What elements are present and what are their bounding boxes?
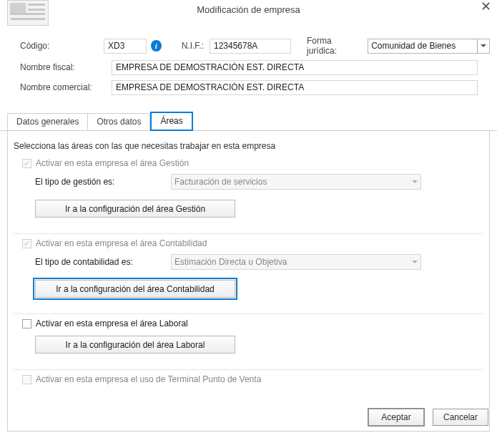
checkbox-laboral-row[interactable]: Activar en esta empresa el área Laboral <box>22 318 483 328</box>
divider <box>14 369 483 370</box>
areas-panel: Selecciona las áreas con las que necesit… <box>7 131 490 432</box>
title-bar: Modificación de empresa ✕ <box>0 0 497 21</box>
nif-input[interactable] <box>210 39 291 54</box>
config-laboral-button[interactable]: Ir a la configuración del área Laboral <box>35 336 235 354</box>
checkbox-contabilidad: ✓ <box>22 239 31 248</box>
cancel-button[interactable]: Cancelar <box>433 409 488 426</box>
label-codigo: Código: <box>20 41 104 51</box>
checkbox-gestion-label: Activar en esta empresa el área Gestión <box>36 158 189 168</box>
dialog: Modificación de empresa ✕ Código: i N.I.… <box>0 0 497 432</box>
header-form: Código: i N.I.F.: Forma jurídica: Comuni… <box>0 36 497 102</box>
checkbox-tpv-row: Activar en esta empresa el uso de Termin… <box>22 374 483 384</box>
dialog-footer: Aceptar Cancelar <box>368 409 488 426</box>
checkbox-gestion-row: ✓ Activar en esta empresa el área Gestió… <box>22 158 483 168</box>
close-icon[interactable]: ✕ <box>481 0 491 13</box>
label-forma: Forma jurídica: <box>307 36 359 56</box>
checkbox-laboral-label: Activar en esta empresa el área Laboral <box>36 318 188 328</box>
nombre-comercial-input[interactable] <box>112 80 478 95</box>
chevron-down-icon <box>412 260 418 263</box>
divider <box>14 233 483 234</box>
divider <box>14 313 483 314</box>
gestion-tipo-value: Facturación de servicios <box>174 177 267 187</box>
header-icon <box>7 0 49 26</box>
label-comercial: Nombre comercial: <box>20 82 112 92</box>
accept-button[interactable]: Aceptar <box>368 409 424 426</box>
checkbox-laboral[interactable] <box>22 319 31 328</box>
forma-juridica-value: Comunidad de Bienes <box>371 41 456 51</box>
config-gestion-button[interactable]: Ir a la configuración del área Gestión <box>35 200 235 218</box>
areas-intro: Selecciona las áreas con las que necesit… <box>14 141 483 151</box>
contabilidad-tipo-value: Estimación Directa u Objetiva <box>174 257 287 267</box>
checkbox-contabilidad-row: ✓ Activar en esta empresa el área Contab… <box>22 238 483 248</box>
tab-areas[interactable]: Áreas <box>150 112 192 131</box>
contabilidad-tipo-label: El tipo de contabilidad es: <box>35 257 171 267</box>
checkbox-gestion: ✓ <box>22 159 31 168</box>
codigo-input[interactable] <box>104 39 147 54</box>
label-fiscal: Nombre fiscal: <box>20 62 112 72</box>
tab-datos-generales[interactable]: Datos generales <box>7 113 87 131</box>
config-contabilidad-button[interactable]: Ir a la configuración del área Contabili… <box>35 280 235 298</box>
tabs: Datos generales Otros datos Áreas <box>0 111 497 131</box>
info-icon[interactable]: i <box>151 40 162 52</box>
label-nif: N.I.F.: <box>182 41 204 51</box>
dialog-title: Modificación de empresa <box>197 4 300 15</box>
nombre-fiscal-input[interactable] <box>112 60 478 75</box>
forma-juridica-select[interactable]: Comunidad de Bienes <box>368 39 490 54</box>
chevron-down-icon <box>412 180 418 183</box>
gestion-tipo-select: Facturación de servicios <box>171 174 421 190</box>
checkbox-tpv <box>22 375 31 384</box>
tab-otros-datos[interactable]: Otros datos <box>87 113 150 131</box>
chevron-down-icon <box>477 39 489 53</box>
checkbox-tpv-label: Activar en esta empresa el uso de Termin… <box>36 374 261 384</box>
contabilidad-tipo-select: Estimación Directa u Objetiva <box>171 254 421 270</box>
gestion-tipo-label: El tipo de gestión es: <box>35 177 171 187</box>
checkbox-contabilidad-label: Activar en esta empresa el área Contabil… <box>36 238 207 248</box>
